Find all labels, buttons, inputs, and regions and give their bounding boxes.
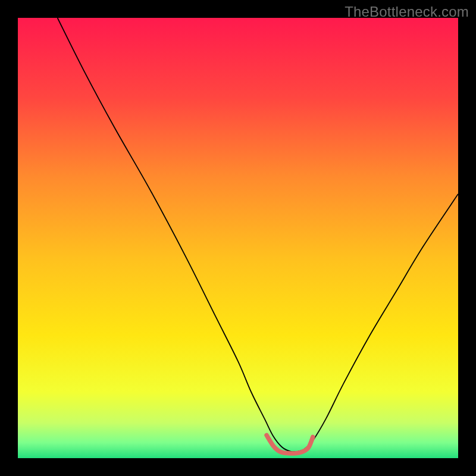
bottleneck-chart: TheBottleneck.com: [0, 0, 476, 476]
chart-svg: [18, 18, 458, 458]
plot-area: [18, 18, 458, 458]
gradient-background: [18, 18, 458, 458]
